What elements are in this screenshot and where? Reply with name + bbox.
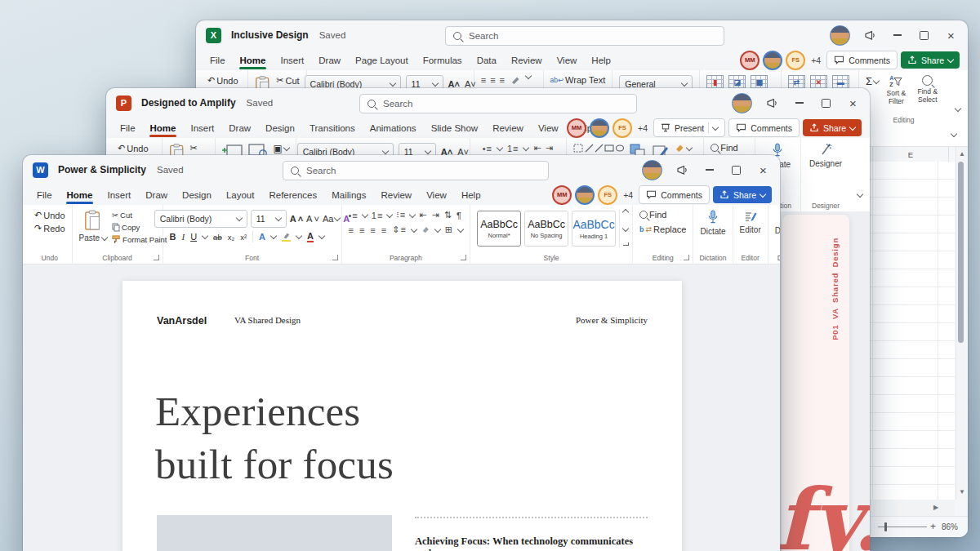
tab-page-layout[interactable]: Page Layout xyxy=(348,50,416,70)
tab-transitions[interactable]: Transitions xyxy=(302,118,363,138)
outdent-button[interactable]: ⇤ xyxy=(419,210,427,220)
share-button[interactable]: Share xyxy=(901,51,960,69)
excel-search-box[interactable] xyxy=(445,26,724,46)
tab-insert[interactable]: Insert xyxy=(273,50,311,70)
tab-animations[interactable]: Animations xyxy=(363,118,424,138)
editor-button[interactable]: Editor xyxy=(740,210,761,234)
powerpoint-slide[interactable]: P01 VA Shared Design fy. xyxy=(782,215,849,551)
maximize-button[interactable] xyxy=(911,20,938,50)
wrap-text-button[interactable]: ab↩ Wrap Text xyxy=(550,75,606,85)
editing-dialog-launcher[interactable] xyxy=(684,255,689,260)
tab-design[interactable]: Design xyxy=(258,118,302,138)
font-name-combo[interactable]: Calibri (Body) xyxy=(154,210,247,228)
multilevel-list-button[interactable]: ⁝≡ xyxy=(396,210,406,220)
tab-insert[interactable]: Insert xyxy=(100,184,138,205)
subscript-button[interactable]: x₂ xyxy=(228,233,234,242)
indent-buttons[interactable]: ⇤ ⇥ xyxy=(533,143,554,153)
comments-button[interactable]: Comments xyxy=(728,118,800,137)
designer-button[interactable]: Designer xyxy=(809,143,842,168)
shrink-font-button[interactable]: A˅ xyxy=(306,214,319,224)
close-button[interactable]: × xyxy=(938,20,964,50)
style-no-spacing[interactable]: AaBbCcNo Spacing xyxy=(524,211,568,247)
shape-fill-icon[interactable] xyxy=(675,143,692,153)
user-avatar[interactable] xyxy=(732,93,752,113)
font-size-combo[interactable]: 11 xyxy=(251,210,287,228)
tab-mailings[interactable]: Mailings xyxy=(324,184,373,205)
bold-button[interactable]: B xyxy=(170,232,176,242)
shading-button[interactable] xyxy=(421,225,430,234)
tab-view[interactable]: View xyxy=(550,50,585,70)
share-button[interactable]: Share xyxy=(713,186,772,203)
collab-avatar-mm[interactable]: MM xyxy=(567,118,586,138)
strikethrough-button[interactable]: ab xyxy=(213,233,222,242)
tab-view[interactable]: View xyxy=(419,184,454,205)
numbered-list-button[interactable]: 1≡ xyxy=(372,211,384,220)
clipboard-dialog-launcher[interactable] xyxy=(154,255,159,260)
tab-draw[interactable]: Draw xyxy=(311,50,348,70)
share-button[interactable]: Share xyxy=(803,119,862,136)
autosum-button[interactable]: Σ xyxy=(866,75,879,87)
collab-avatar-photo[interactable] xyxy=(575,185,595,205)
maximize-button[interactable] xyxy=(813,88,840,118)
paragraph-dialog-launcher[interactable] xyxy=(461,255,466,260)
designer-button[interactable]: Designer xyxy=(775,210,780,235)
tab-formulas[interactable]: Formulas xyxy=(416,50,470,70)
minimize-button[interactable] xyxy=(786,88,813,118)
document-page[interactable]: VanArsdel VA Shared Design Power & Simpl… xyxy=(122,281,682,551)
cut-button[interactable]: ✂ Cut xyxy=(276,75,299,86)
justify-button[interactable]: ≡ xyxy=(381,225,387,235)
tab-design[interactable]: Design xyxy=(175,184,219,205)
undo-button[interactable]: ↶ Undo xyxy=(118,143,149,153)
user-avatar[interactable] xyxy=(830,25,850,46)
tab-help[interactable]: Help xyxy=(454,184,488,205)
cut-button[interactable]: ✂ xyxy=(190,143,198,153)
comments-button[interactable]: Comments xyxy=(826,51,898,69)
tab-insert[interactable]: Insert xyxy=(183,118,221,138)
align-buttons[interactable]: ≡ ≡ ≡ xyxy=(481,75,506,85)
orientation-icon[interactable] xyxy=(510,75,521,86)
collab-avatar-photo[interactable] xyxy=(763,51,782,70)
paste-button[interactable]: Paste xyxy=(79,210,108,242)
tab-file[interactable]: File xyxy=(113,118,143,138)
styles-gallery-button[interactable] xyxy=(623,242,629,246)
collab-avatar-fs[interactable]: FS xyxy=(598,185,617,205)
feedback-megaphone-icon[interactable] xyxy=(669,155,696,184)
collab-avatar-fs[interactable]: FS xyxy=(786,51,805,70)
tab-file[interactable]: File xyxy=(29,184,60,205)
highlight-button[interactable] xyxy=(282,232,291,242)
minimize-button[interactable] xyxy=(884,20,911,50)
align-left-button[interactable]: ≡ xyxy=(349,225,354,235)
font-color-button[interactable]: A xyxy=(307,231,314,242)
collab-avatar-mm[interactable]: MM xyxy=(552,185,572,205)
line-spacing-button[interactable]: ⇕≡ xyxy=(392,224,407,235)
tab-home[interactable]: Home xyxy=(143,118,184,138)
font-dialog-launcher[interactable] xyxy=(332,255,338,260)
collab-avatar-fs[interactable]: FS xyxy=(612,118,632,138)
text-effects-button[interactable]: A xyxy=(259,232,265,242)
grow-font-button[interactable]: A˄ xyxy=(290,214,303,224)
vertical-scrollbar[interactable]: ▲ ▼ xyxy=(956,147,966,500)
zoom-slider-thumb[interactable] xyxy=(884,522,887,531)
feedback-megaphone-icon[interactable] xyxy=(857,20,884,50)
column-header-e[interactable]: E xyxy=(872,147,949,162)
style-normal[interactable]: AaBbCcNormal* xyxy=(477,211,521,247)
word-search-input[interactable] xyxy=(305,165,541,176)
find-select-button[interactable]: Find & Select xyxy=(914,75,942,104)
minimize-button[interactable] xyxy=(696,155,723,184)
tab-review[interactable]: Review xyxy=(373,184,419,205)
style-heading-1[interactable]: AaBbCcHeading 1 xyxy=(572,211,616,247)
collab-overflow-count[interactable]: +4 xyxy=(638,123,648,133)
undo-button[interactable]: ↶ Undo xyxy=(207,75,238,86)
collab-overflow-count[interactable]: +4 xyxy=(623,190,633,200)
tab-data[interactable]: Data xyxy=(470,50,504,70)
bullet-list-button[interactable]: •≡ xyxy=(483,144,492,153)
align-center-button[interactable]: ≡ xyxy=(359,225,365,235)
present-button[interactable]: Present xyxy=(653,118,725,137)
powerpoint-search-box[interactable] xyxy=(359,94,637,113)
collapse-ribbon-chevron[interactable] xyxy=(955,105,961,112)
collab-overflow-count[interactable]: +4 xyxy=(811,56,821,65)
excel-search-input[interactable] xyxy=(467,30,716,42)
tab-layout[interactable]: Layout xyxy=(219,184,262,205)
tab-draw[interactable]: Draw xyxy=(138,184,175,205)
feedback-megaphone-icon[interactable] xyxy=(759,88,786,118)
